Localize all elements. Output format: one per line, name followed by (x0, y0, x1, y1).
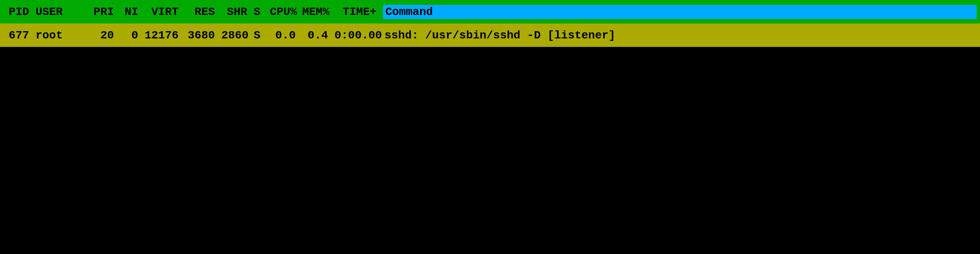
cell-cpu: 0.0 (270, 29, 302, 42)
terminal-empty-area (0, 47, 980, 254)
cell-shr: 2860 (221, 29, 254, 42)
terminal: PID USER PRI NI VIRT RES SHR S CPU% MEM%… (0, 0, 980, 254)
header-virt: VIRT (145, 6, 185, 18)
header-pid: PID (3, 6, 36, 18)
header-command: Command (383, 5, 977, 19)
cell-command: sshd: /usr/sbin/sshd -D [listener] (383, 29, 977, 42)
header-time: TIME+ (334, 6, 383, 18)
header-cpu: CPU% (270, 6, 302, 18)
header-row: PID USER PRI NI VIRT RES SHR S CPU% MEM%… (0, 0, 980, 23)
header-pri: PRI (88, 6, 120, 18)
cell-res: 3680 (185, 29, 221, 42)
table-row: 677 root 20 0 12176 3680 2860 S 0.0 0.4 … (0, 23, 980, 47)
header-ni: NI (120, 6, 145, 18)
header-shr: SHR (221, 6, 254, 18)
cell-ni: 0 (120, 29, 145, 42)
cell-pri: 20 (88, 29, 120, 42)
header-mem: MEM% (302, 6, 334, 18)
cell-pid: 677 (3, 29, 36, 42)
cell-mem: 0.4 (302, 29, 334, 42)
cell-user: root (36, 29, 88, 42)
cell-s: S (254, 29, 270, 42)
header-user: USER (36, 6, 88, 18)
cell-time: 0:00.00 (334, 29, 383, 42)
header-res: RES (185, 6, 221, 18)
cell-virt: 12176 (145, 29, 185, 42)
header-s: S (254, 6, 270, 18)
